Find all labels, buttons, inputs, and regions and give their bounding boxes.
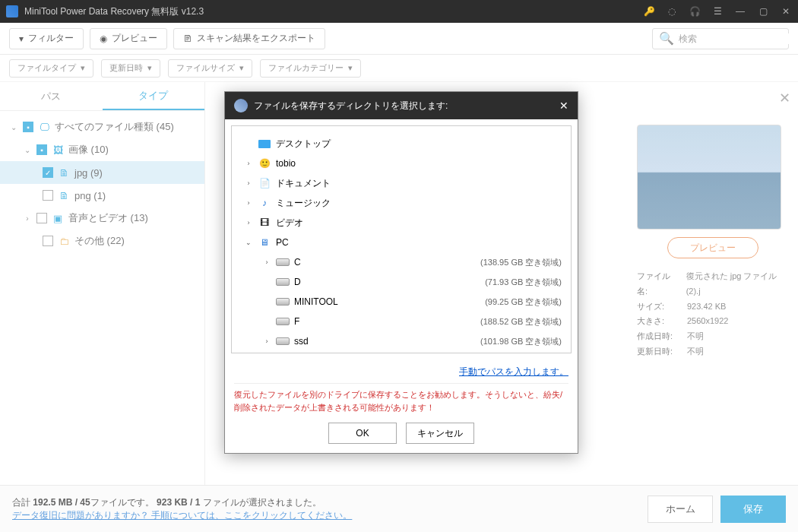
minimize-icon[interactable]: — [734, 5, 746, 17]
warning-text: 復元したファイルを別のドライブに保存することをお勧めします。そうしないと、紛失/… [234, 383, 568, 413]
menu-icon[interactable]: ☰ [711, 5, 724, 17]
chevron-down-icon: ⌄ [244, 239, 253, 246]
headphones-icon[interactable]: 🎧 [689, 5, 701, 17]
dir-drive-vmware[interactable]: ›vmware(66.91 GB 空き領域) [241, 351, 562, 353]
dialog-title: ファイルを保存するディレクトリを選択します: [254, 100, 448, 112]
dialog-close-icon[interactable]: ✕ [559, 100, 568, 112]
window-title: MiniTool Power Data Recovery 無料版 v12.3 [24, 5, 643, 18]
dir-desktop[interactable]: デスクトップ [241, 134, 562, 154]
window-titlebar: MiniTool Power Data Recovery 無料版 v12.3 🔑… [0, 0, 798, 23]
documents-icon: 📄 [258, 176, 271, 190]
pc-icon: 🖥 [258, 236, 271, 249]
dir-music[interactable]: ›♪ミュージック [241, 193, 562, 213]
disk-icon [276, 315, 290, 328]
dir-drive-d[interactable]: D(71.93 GB 空き領域) [241, 272, 562, 292]
video-icon: 🎞 [258, 216, 271, 230]
dialog-body: デスクトップ ›🙂tobio ›📄ドキュメント ›♪ミュージック ›🎞ビデオ ⌄… [231, 125, 572, 353]
maximize-icon[interactable]: ▢ [757, 5, 769, 17]
chevron-right-icon: › [262, 258, 271, 266]
app-icon [6, 5, 18, 17]
manual-path-link[interactable]: 手動でパスを入力します。 [459, 366, 568, 377]
dir-pc[interactable]: ⌄🖥PC [241, 233, 562, 252]
chevron-right-icon: › [244, 160, 253, 167]
dir-video[interactable]: ›🎞ビデオ [241, 213, 562, 233]
chevron-right-icon: › [244, 179, 253, 187]
chevron-right-icon: › [262, 337, 271, 345]
music-icon: ♪ [258, 196, 271, 210]
dialog-icon [234, 99, 248, 112]
disk-icon [276, 275, 290, 289]
disk-icon [276, 295, 290, 309]
cancel-button[interactable]: キャンセル [406, 423, 474, 444]
disk-icon [276, 255, 290, 269]
desktop-icon [258, 137, 271, 150]
ok-button[interactable]: OK [328, 423, 397, 444]
dir-drive-ssd[interactable]: ›ssd(101.98 GB 空き領域) [241, 331, 562, 351]
user-icon: 🙂 [258, 157, 271, 170]
globe-icon[interactable]: ◌ [666, 5, 678, 17]
dir-documents[interactable]: ›📄ドキュメント [241, 173, 562, 193]
chevron-right-icon: › [244, 219, 253, 226]
dir-user[interactable]: ›🙂tobio [241, 154, 562, 173]
close-icon[interactable]: ✕ [780, 5, 792, 17]
dir-drive-minitool[interactable]: MINITOOL(99.25 GB 空き領域) [241, 292, 562, 312]
disk-icon [276, 334, 290, 348]
chevron-right-icon: › [244, 199, 253, 207]
directory-tree: デスクトップ ›🙂tobio ›📄ドキュメント ›♪ミュージック ›🎞ビデオ ⌄… [241, 134, 562, 353]
dir-drive-f[interactable]: F(188.52 GB 空き領域) [241, 312, 562, 331]
dir-drive-c[interactable]: ›C(138.95 GB 空き領域) [241, 252, 562, 272]
dialog-title-bar: ファイルを保存するディレクトリを選択します: ✕ [225, 92, 578, 119]
save-directory-dialog: ファイルを保存するディレクトリを選択します: ✕ デスクトップ ›🙂tobio … [224, 91, 578, 454]
key-icon[interactable]: 🔑 [643, 5, 655, 17]
